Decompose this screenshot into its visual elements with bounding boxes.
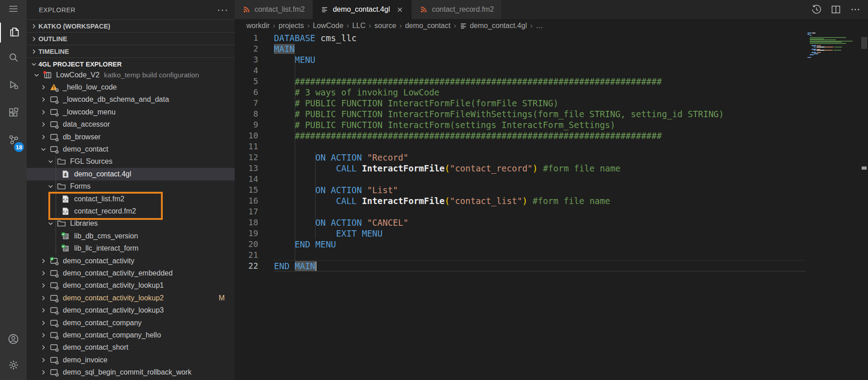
chevron-right-icon bbox=[40, 109, 50, 116]
code-line-5: 5 ######################################… bbox=[235, 76, 868, 87]
tree-item-demo-contact-short[interactable]: demo_contact_short bbox=[27, 342, 235, 354]
form-icon bbox=[50, 269, 59, 278]
more-actions-icon[interactable] bbox=[850, 4, 861, 15]
folder-icon bbox=[57, 219, 66, 228]
overview-ruler-marker bbox=[862, 166, 867, 170]
form-icon bbox=[50, 133, 59, 142]
tree-item-contact-record-fm2[interactable]: contact_record.fm2 bbox=[27, 205, 235, 217]
tree-item-lib-db-cms-version[interactable]: lib_db_cms_version bbox=[27, 230, 235, 242]
extensions-button[interactable] bbox=[0, 104, 27, 123]
hamburger-menu-icon bbox=[8, 3, 19, 16]
lib-check-icon bbox=[61, 244, 71, 253]
tree-item-demo-invoice[interactable]: demo_invoice bbox=[27, 354, 235, 366]
tree-item-libraries[interactable]: Libraries bbox=[27, 218, 235, 230]
project-views-button[interactable]: 18 bbox=[0, 131, 27, 151]
4gl-file-icon bbox=[321, 5, 329, 14]
tab-bar: contact_list.fm2 demo_contact.4gl contac… bbox=[235, 0, 868, 19]
chevron-right-icon bbox=[40, 121, 50, 128]
tree-item-demo-contact[interactable]: demo_contact bbox=[27, 143, 235, 155]
code-line-12: 12 ON ACTION "Record" bbox=[235, 152, 868, 163]
sidebar-title: EXPLORER bbox=[39, 6, 75, 14]
tree-item-demo-contact-company-hello[interactable]: demo_contact_company_hello bbox=[27, 329, 235, 341]
tree-item-data-accessor[interactable]: data_accessor bbox=[27, 119, 235, 131]
status-badge: 18 bbox=[14, 142, 24, 152]
tree-item-demo-contact-activity[interactable]: demo_contact_activity bbox=[27, 255, 235, 267]
line-number: 3 bbox=[235, 54, 258, 65]
files-explorer-icon bbox=[8, 26, 20, 40]
tree-item-contact-list-fm2[interactable]: contact_list.fm2 bbox=[27, 193, 235, 205]
tab-contact-list-fm2[interactable]: contact_list.fm2 bbox=[235, 0, 313, 19]
close-icon[interactable] bbox=[396, 6, 404, 14]
settings-button[interactable] bbox=[0, 356, 27, 375]
breadcrumb-separator: › bbox=[530, 21, 533, 30]
history-icon[interactable] bbox=[811, 4, 822, 15]
accounts-button[interactable] bbox=[0, 330, 27, 350]
indent-guide bbox=[315, 152, 316, 239]
section-4gl-project-explorer[interactable]: 4GL PROJECT EXPLORER bbox=[27, 57, 235, 70]
form-icon bbox=[50, 294, 59, 303]
tree-item-label: data_accessor bbox=[63, 120, 110, 128]
code-line-14: 14 bbox=[235, 174, 868, 185]
form-icon bbox=[50, 331, 59, 340]
chevron-right-icon bbox=[40, 356, 50, 364]
minimap[interactable] bbox=[807, 32, 859, 59]
chevron-right-icon bbox=[29, 35, 38, 43]
fm2-file-icon bbox=[61, 207, 71, 216]
line-number: 17 bbox=[235, 206, 258, 217]
tab-contact-record-fm2[interactable]: contact_record.fm2 bbox=[412, 0, 502, 19]
line-number: 12 bbox=[235, 152, 258, 163]
tree-item-label: demo_contact_short bbox=[63, 343, 128, 352]
sidebar-header: EXPLORER ··· bbox=[27, 0, 235, 19]
code-line-3: 3 MENU bbox=[235, 54, 868, 65]
tree-item-demo-contact-activity-lookup1[interactable]: demo_contact_activity_lookup1 bbox=[27, 280, 235, 292]
git-modified-badge: M bbox=[219, 294, 225, 302]
section-timeline[interactable]: TIMELINE bbox=[27, 45, 235, 57]
tree-item-lib-llc-interact-form[interactable]: lib_llc_interact_form bbox=[27, 242, 235, 254]
search-icon bbox=[8, 52, 19, 65]
line-number: 5 bbox=[235, 76, 258, 87]
more-actions-icon[interactable]: ··· bbox=[217, 4, 228, 16]
breadcrumb-item[interactable]: workdir bbox=[246, 22, 270, 30]
tree-item-label: lib_db_cms_version bbox=[74, 232, 138, 240]
split-editor-icon[interactable] bbox=[830, 4, 841, 15]
tree-item-lowcode-v2[interactable]: LowCode_V2 katko_temp build configuratio… bbox=[27, 69, 235, 81]
section-katko-workspace[interactable]: KATKO (WORKSPACE) bbox=[27, 19, 235, 32]
tree-item-demo-contact-activity-lookup2[interactable]: demo_contact_activity_lookup2 M bbox=[27, 292, 235, 304]
form-icon bbox=[50, 356, 59, 365]
section-label: TIMELINE bbox=[38, 48, 69, 55]
gear-icon bbox=[8, 359, 19, 373]
text-cursor bbox=[316, 261, 316, 271]
run-debug-button[interactable] bbox=[0, 76, 27, 95]
search-button[interactable] bbox=[0, 49, 27, 68]
code-editor[interactable]: 1 DATABASE cms_llc 2 MAIN 3 MENU 4 5 ###… bbox=[235, 33, 868, 380]
breadcrumb-item[interactable]: LLC bbox=[352, 22, 365, 30]
breadcrumb-item[interactable]: demo_contact.4gl bbox=[470, 22, 527, 30]
tree-item-label: Forms bbox=[70, 182, 90, 190]
tree-item-demo-contact-4gl[interactable]: 4 demo_contact.4gl bbox=[27, 168, 235, 180]
breadcrumb-item[interactable]: … bbox=[536, 22, 543, 30]
breadcrumb-item[interactable]: source bbox=[374, 22, 396, 30]
breadcrumb-item[interactable]: demo_contact bbox=[405, 22, 451, 30]
tree-item-lowcode-db-schema-and-data[interactable]: _lowcode_db_schema_and_data bbox=[27, 94, 235, 106]
tree-item-lowcode-menu[interactable]: _lowcode_menu bbox=[27, 106, 235, 118]
4gl-file-icon: 4 bbox=[61, 170, 71, 179]
tree-item-forms[interactable]: Forms bbox=[27, 180, 235, 193]
tree-item-demo-contact-company[interactable]: demo_contact_company bbox=[27, 317, 235, 329]
code-line-22: 22 END MAIN bbox=[235, 261, 868, 271]
scrollbar-thumb[interactable] bbox=[861, 37, 867, 49]
breadcrumb-item[interactable]: LowCode bbox=[313, 22, 344, 30]
explorer-button[interactable] bbox=[0, 23, 28, 43]
section-outline[interactable]: OUTLINE bbox=[27, 32, 235, 45]
tree-item-label: _hello_low_code bbox=[63, 83, 117, 91]
tree-item-db-browser[interactable]: db_browser bbox=[27, 131, 235, 143]
tree-item-hello-low-code[interactable]: _hello_low_code bbox=[27, 81, 235, 93]
tree-item-demo-contact-activity-embedded[interactable]: demo_contact_activity_embedded bbox=[27, 267, 235, 279]
breadcrumb-item[interactable]: projects bbox=[278, 22, 304, 30]
tree-item-description: katko_temp build configuration bbox=[104, 71, 199, 79]
tree-item-fgl-sources[interactable]: FGL Sources bbox=[27, 156, 235, 168]
code-line-20: 20 END MENU bbox=[235, 239, 868, 250]
tab-demo-contact-4gl[interactable]: demo_contact.4gl bbox=[313, 0, 412, 19]
tree-item-demo-contact-activity-lookup3[interactable]: demo_contact_activity_lookup3 bbox=[27, 304, 235, 316]
tree-item-demo-sql-begin-commit-rollback-work[interactable]: demo_sql_begin_commit_rollback_work bbox=[27, 366, 235, 378]
menu-button[interactable] bbox=[0, 0, 27, 19]
